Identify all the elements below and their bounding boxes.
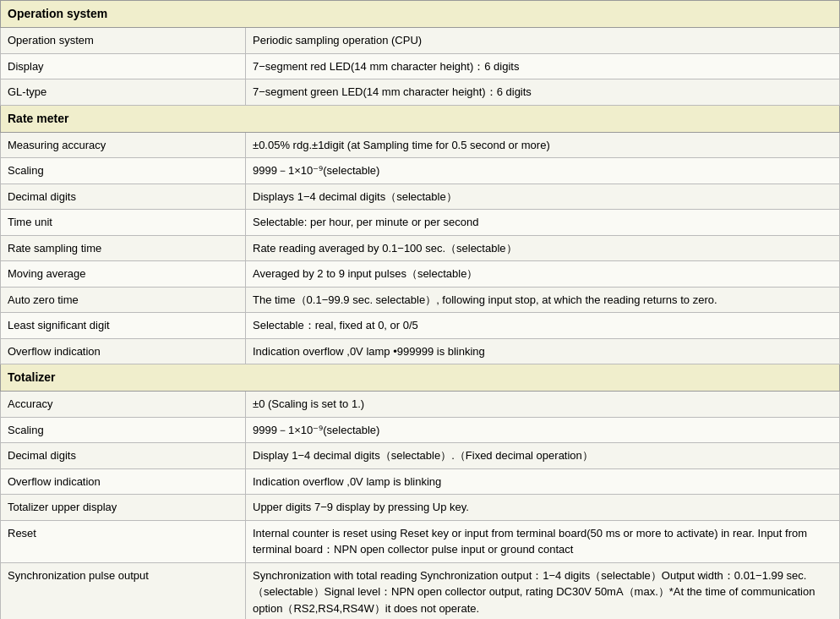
row-value: Upper digits 7−9 display by pressing Up …	[246, 495, 840, 521]
table-row: Decimal digitsDisplays 1−4 decimal digit…	[1, 184, 840, 210]
table-row: Totalizer upper displayUpper digits 7−9 …	[1, 495, 840, 521]
section-header-cell: Rate meter	[1, 105, 840, 132]
row-label: Operation system	[1, 28, 246, 54]
row-label: Overflow indication	[1, 338, 246, 364]
specs-table: Operation systemOperation systemPeriodic…	[0, 0, 840, 619]
table-row: Decimal digitsDisplay 1−4 decimal digits…	[1, 443, 840, 469]
row-label: Decimal digits	[1, 443, 246, 469]
table-row: Overflow indicationIndication overflow ,…	[1, 338, 840, 364]
table-row: Overflow indicationIndication overflow ,…	[1, 468, 840, 495]
row-value: The time（0.1−99.9 sec. selectable）, foll…	[246, 287, 840, 313]
section-header-cell: Totalizer	[1, 364, 840, 392]
table-row: Measuring accuracy±0.05% rdg.±1digit (at…	[1, 132, 840, 158]
row-label: Measuring accuracy	[1, 132, 246, 158]
table-row: Rate sampling timeRate reading averaged …	[1, 235, 840, 261]
row-label: Synchronization pulse output	[1, 562, 246, 619]
row-value: ±0 (Scaling is set to 1.)	[246, 392, 840, 418]
table-row: ResetInternal counter is reset using Res…	[1, 520, 840, 562]
row-value: Display 1−4 decimal digits（selectable）.（…	[246, 443, 840, 469]
table-row: Accuracy±0 (Scaling is set to 1.)	[1, 392, 840, 418]
row-value: Displays 1−4 decimal digits（selectable）	[246, 184, 840, 210]
section-header-cell: Operation system	[1, 1, 840, 28]
section-header-row: Totalizer	[1, 364, 840, 392]
row-value: 9999－1×10⁻⁹(selectable)	[246, 158, 840, 184]
table-row: Display7−segment red LED(14 mm character…	[1, 53, 840, 79]
row-label: Least significant digit	[1, 313, 246, 339]
row-label: Scaling	[1, 158, 246, 184]
table-row: Least significant digitSelectable：real, …	[1, 313, 840, 339]
table-row: Synchronization pulse outputSynchronizat…	[1, 562, 840, 619]
table-row: Scaling9999－1×10⁻⁹(selectable)	[1, 158, 840, 184]
row-label: Scaling	[1, 417, 246, 443]
row-value: 7−segment red LED(14 mm character height…	[246, 53, 840, 79]
row-label: Totalizer upper display	[1, 495, 246, 521]
row-label: Moving average	[1, 261, 246, 288]
row-value: Selectable: per hour, per minute or per …	[246, 210, 840, 236]
row-label: Display	[1, 53, 246, 79]
row-value: Averaged by 2 to 9 input pulses（selectab…	[246, 261, 840, 288]
row-label: Decimal digits	[1, 184, 246, 210]
row-value: 7−segment green LED(14 mm character heig…	[246, 79, 840, 106]
row-value: Selectable：real, fixed at 0, or 0/5	[246, 313, 840, 339]
row-value: Indication overflow ,0V lamp •999999 is …	[246, 338, 840, 364]
row-label: GL-type	[1, 79, 246, 106]
table-row: Moving averageAveraged by 2 to 9 input p…	[1, 261, 840, 288]
row-label: Overflow indication	[1, 468, 246, 495]
row-value: Internal counter is reset using Reset ke…	[246, 520, 840, 562]
row-value: Synchronization with total reading Synch…	[246, 562, 840, 619]
table-row: GL-type7−segment green LED(14 mm charact…	[1, 79, 840, 106]
row-value: Indication overflow ,0V lamp is blinking	[246, 468, 840, 495]
row-label: Rate sampling time	[1, 235, 246, 261]
row-value: Rate reading averaged by 0.1−100 sec.（se…	[246, 235, 840, 261]
table-row: Auto zero timeThe time（0.1−99.9 sec. sel…	[1, 287, 840, 313]
table-row: Time unitSelectable: per hour, per minut…	[1, 210, 840, 236]
row-label: Reset	[1, 520, 246, 562]
row-label: Auto zero time	[1, 287, 246, 313]
table-row: Operation systemPeriodic sampling operat…	[1, 28, 840, 54]
row-value: Periodic sampling operation (CPU)	[246, 28, 840, 54]
row-value: 9999－1×10⁻⁹(selectable)	[246, 417, 840, 443]
row-value: ±0.05% rdg.±1digit (at Sampling time for…	[246, 132, 840, 158]
section-header-row: Rate meter	[1, 105, 840, 132]
row-label: Accuracy	[1, 392, 246, 418]
table-row: Scaling9999－1×10⁻⁹(selectable)	[1, 417, 840, 443]
section-header-row: Operation system	[1, 1, 840, 28]
row-label: Time unit	[1, 210, 246, 236]
